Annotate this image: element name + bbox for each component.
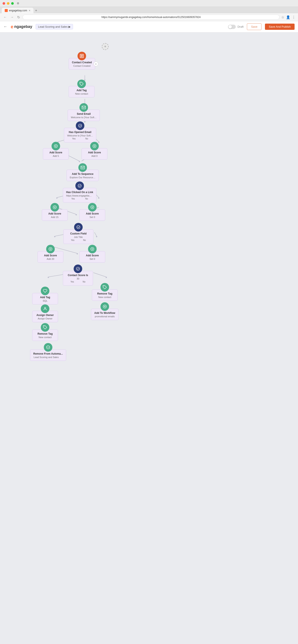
svg-point-12: [79, 161, 80, 162]
refresh-btn[interactable]: ↻: [16, 15, 21, 20]
svg-point-25: [96, 236, 97, 237]
new-tab-btn[interactable]: +: [34, 8, 39, 12]
node-add-score-set0a[interactable]: Add Score Set 0: [79, 203, 105, 221]
node-contact-score-is[interactable]: Contact Score Is 30 Yes No: [63, 264, 93, 286]
node-send-email[interactable]: Send Email Welcome to [Your Softw...: [68, 103, 100, 121]
node-add-to-workflow[interactable]: Add To Workflow promotional emails: [91, 302, 119, 320]
assign-owner-icon: [41, 304, 49, 313]
dot-green-browser[interactable]: [11, 2, 14, 5]
draft-label: Draft: [237, 25, 243, 28]
remove-tag-left-icon: [41, 323, 49, 332]
dot-yellow[interactable]: [7, 2, 10, 5]
assign-owner-title: Assign Owner: [36, 314, 55, 317]
node-add-score-20[interactable]: Add Score Add 20: [38, 245, 63, 262]
add-score-set0a-icon: [88, 203, 97, 212]
node-remove-from-automation[interactable]: Remove From Automa... Lead Scoring and S…: [30, 343, 66, 361]
svg-point-47: [79, 124, 82, 128]
node-add-to-sequence[interactable]: Add To Sequence Explore Our Resource Li.…: [67, 163, 99, 181]
logo-e: e: [11, 24, 13, 30]
branch-no-email: No: [84, 137, 89, 140]
save-publish-button[interactable]: Save And Publish: [265, 24, 294, 30]
add-tag-sql-title: Add Tag: [36, 296, 55, 299]
address-bar[interactable]: https://sammymugambi.engagebay.com/home#…: [23, 14, 279, 20]
draft-toggle[interactable]: Draft: [228, 25, 243, 29]
node-add-tag-sql[interactable]: Add Tag SQL: [32, 286, 58, 304]
svg-line-31: [93, 273, 106, 277]
add-to-sequence-icon: [78, 163, 87, 172]
node-contact-created[interactable]: Contact Created Contact Created +: [69, 52, 95, 70]
branch-no-custom: No: [82, 239, 87, 242]
browser-titlebar: ⚙: [0, 0, 298, 7]
contact-score-is-title: Contact Score Is: [66, 274, 90, 277]
add-tag-sub: New contact: [72, 92, 91, 95]
branch-labels-email: Yes No: [67, 137, 93, 140]
svg-point-21: [76, 214, 77, 216]
profile-icon[interactable]: 👤: [286, 15, 290, 19]
contact-score-is-icon: [74, 264, 82, 273]
has-opened-email-card[interactable]: Has Opened Email Welcome to [Your Softw.…: [64, 128, 96, 142]
browser-tab-bar: engagebay.com ✕ +: [0, 7, 298, 13]
back-btn[interactable]: ←: [3, 15, 8, 20]
node-add-tag[interactable]: Add Tag New contact: [69, 80, 95, 98]
assign-owner-sub: Assign Owner: [36, 317, 55, 320]
custom-field-card[interactable]: Custom Field Job Title Yes No: [63, 229, 93, 244]
node-remove-tag-left[interactable]: Remove Tag New contact: [32, 323, 58, 341]
add-tag-icon: [77, 80, 86, 88]
remove-tag-left-title: Remove Tag: [36, 332, 55, 335]
contact-score-is-card[interactable]: Contact Score Is 30 Yes No: [63, 271, 93, 286]
node-remove-tag-right[interactable]: Remove Tag New contact: [92, 283, 118, 301]
toggle-switch[interactable]: [228, 25, 236, 29]
svg-point-28: [77, 253, 78, 254]
node-add-score-0a[interactable]: Add Score Add 0: [82, 142, 107, 160]
has-clicked-link-card[interactable]: Has Clicked On a Link https://www.engage…: [63, 188, 96, 202]
contact-created-plus[interactable]: +: [94, 62, 98, 66]
node-has-opened-email[interactable]: Has Opened Email Welcome to [Your Softw.…: [64, 122, 96, 142]
add-score-20-sub: Add 20: [41, 258, 60, 260]
custom-field-sub: Job Title: [67, 236, 90, 238]
node-assign-owner[interactable]: Assign Owner Assign Owner: [32, 304, 58, 322]
svg-point-59: [45, 307, 46, 309]
dot-red[interactable]: [3, 2, 5, 5]
back-button[interactable]: ←: [4, 24, 7, 29]
add-score-set0b-title: Add Score: [83, 254, 102, 257]
remove-tag-right-icon: [101, 283, 109, 292]
node-add-score-15[interactable]: Add Score Add 15: [42, 203, 68, 221]
remove-tag-left-sub: New contact: [36, 336, 55, 338]
browser-tab[interactable]: engagebay.com ✕: [2, 8, 34, 13]
logo-text: ngagebay: [14, 24, 32, 29]
add-score-0a-icon: [90, 142, 99, 150]
svg-rect-46: [82, 106, 86, 109]
add-to-sequence-title: Add To Sequence: [70, 172, 96, 176]
add-score-15-icon: [51, 203, 59, 212]
add-score-20-title: Add Score: [41, 254, 60, 257]
remove-tag-right-title: Remove Tag: [95, 292, 114, 295]
contact-created-sub: Contact Created: [72, 64, 92, 67]
node-add-score-set0b[interactable]: Add Score Set 0: [79, 245, 105, 262]
settings-icon: ⚙: [17, 2, 19, 5]
branch-yes-score: Yes: [69, 280, 75, 283]
has-clicked-link-sub: https://www.engagebay....: [66, 194, 92, 197]
has-opened-email-icon: [76, 122, 84, 130]
save-button[interactable]: Save: [247, 24, 261, 30]
add-score-0a-title: Add Score: [85, 151, 104, 154]
send-email-title: Send Email: [71, 112, 97, 116]
menu-icon[interactable]: ⋮: [292, 15, 295, 19]
add-trigger-button[interactable]: +: [102, 43, 109, 50]
custom-field-icon: [74, 223, 83, 232]
app-header: ← e ngagebay Lead Scoring and Sales ▶ Dr…: [0, 21, 298, 32]
svg-point-45: [81, 83, 81, 84]
add-score-set0a-title: Add Score: [83, 212, 102, 215]
star-icon[interactable]: ☆: [281, 15, 284, 19]
node-custom-field[interactable]: Custom Field Job Title Yes No: [63, 223, 93, 244]
branch-yes-link: Yes: [70, 197, 76, 200]
svg-point-61: [44, 326, 45, 327]
tab-close-btn[interactable]: ✕: [29, 9, 31, 12]
forward-btn[interactable]: →: [10, 15, 15, 20]
svg-point-57: [76, 267, 80, 270]
add-to-workflow-icon: [101, 302, 109, 311]
workflow-name-badge[interactable]: Lead Scoring and Sales ▶: [36, 24, 73, 30]
node-has-clicked-link[interactable]: Has Clicked On a Link https://www.engage…: [63, 182, 96, 202]
add-tag-title: Add Tag: [72, 89, 91, 92]
branch-yes-custom: Yes: [70, 239, 76, 242]
node-add-score-5[interactable]: Add Score Add 5: [43, 142, 69, 160]
